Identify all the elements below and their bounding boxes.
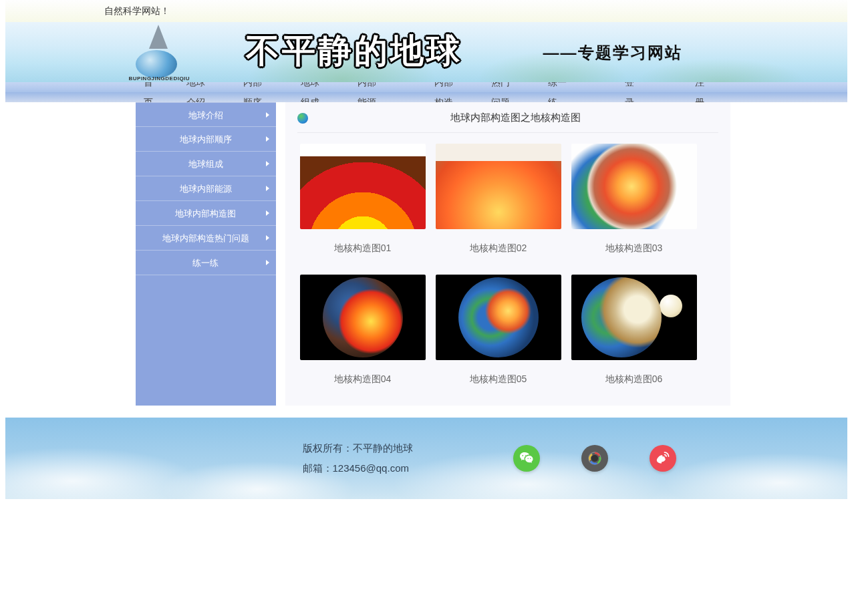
sidebar-item-label: 地球内部构造图 xyxy=(175,208,236,218)
top-nav: 首页 地球介绍 内部顺序 地球组成 内部能源 内部构造 热门问题 练一练 登录 … xyxy=(5,82,847,102)
site-logo[interactable]: BUPINGJINGDEDIQIU xyxy=(129,23,196,82)
gallery-image xyxy=(571,144,697,229)
gallery-item[interactable]: 地核构造图06 xyxy=(571,275,697,386)
sidebar-item-label: 地球介绍 xyxy=(188,110,223,120)
gallery-caption: 地核构造图06 xyxy=(571,373,697,386)
gallery-image xyxy=(300,275,426,360)
gallery-item[interactable]: 地核构造图03 xyxy=(571,144,697,255)
logo-subtext: BUPINGJINGDEDIQIU xyxy=(129,75,190,82)
chevron-right-icon xyxy=(266,112,269,118)
sidebar: 地球介绍 地球内部顺序 地球组成 地球内部能源 地球内部构造图 地球内部构造热门… xyxy=(136,102,276,406)
weibo-icon[interactable] xyxy=(650,445,676,472)
sidebar-item-label: 地球内部顺序 xyxy=(180,134,232,144)
announcement-text: 自然科学网站！ xyxy=(104,5,170,16)
volcano-icon xyxy=(149,25,168,49)
chevron-right-icon xyxy=(266,260,269,265)
gallery-caption: 地核构造图02 xyxy=(436,243,561,255)
chevron-right-icon xyxy=(266,235,269,241)
gallery-item[interactable]: 地核构造图04 xyxy=(300,275,426,386)
sidebar-item-internal-order[interactable]: 地球内部顺序 xyxy=(136,127,276,152)
sidebar-item-label: 地球组成 xyxy=(188,159,223,169)
site-subtitle: ——专题学习网站 xyxy=(543,42,682,63)
gallery-caption: 地核构造图04 xyxy=(300,373,426,386)
chevron-right-icon xyxy=(266,210,269,216)
footer: 版权所有：不平静的地球 邮箱：123456@qq.com xyxy=(5,418,847,499)
sidebar-item-label: 练一练 xyxy=(192,258,219,268)
gallery-item[interactable]: 地核构造图02 xyxy=(436,144,561,255)
sidebar-item-practice[interactable]: 练一练 xyxy=(136,251,276,275)
sidebar-item-earth-intro[interactable]: 地球介绍 xyxy=(136,102,276,127)
main-content: 地球内部构造图之地核构造图 地核构造图01 地核构造图02 地核构造图03 地 xyxy=(285,102,730,406)
footer-copyright: 版权所有：不平静的地球 xyxy=(303,438,413,458)
gallery-image xyxy=(300,144,426,229)
gallery-item[interactable]: 地核构造图05 xyxy=(436,275,561,386)
content-title: 地球内部构造图之地核构造图 xyxy=(313,112,718,124)
gallery-caption: 地核构造图05 xyxy=(436,373,561,386)
footer-text: 版权所有：不平静的地球 邮箱：123456@qq.com xyxy=(303,438,413,478)
earth-icon xyxy=(136,50,177,78)
gallery-image xyxy=(436,275,561,360)
sidebar-item-label: 地球内部能源 xyxy=(180,184,232,194)
footer-social-icons xyxy=(513,445,676,472)
gallery-grid: 地核构造图01 地核构造图02 地核构造图03 地核构造图04 地核构造图05 xyxy=(297,144,718,386)
sidebar-item-internal-energy[interactable]: 地球内部能源 xyxy=(136,176,276,201)
chevron-right-icon xyxy=(266,136,269,142)
site-title: 不平静的地球 xyxy=(246,29,462,73)
gallery-image xyxy=(436,144,561,229)
globe-icon xyxy=(297,113,308,124)
gallery-caption: 地核构造图01 xyxy=(300,243,426,255)
gallery-image xyxy=(571,275,697,360)
camera-icon[interactable] xyxy=(581,445,608,472)
header-banner: BUPINGJINGDEDIQIU 不平静的地球 ——专题学习网站 xyxy=(5,22,847,82)
sidebar-item-label: 地球内部构造热门问题 xyxy=(162,233,249,243)
wechat-icon[interactable] xyxy=(513,445,540,472)
gallery-caption: 地核构造图03 xyxy=(571,243,697,255)
sidebar-item-internal-structure-diagram[interactable]: 地球内部构造图 xyxy=(136,201,276,226)
announcement-bar: 自然科学网站！ xyxy=(5,0,847,22)
chevron-right-icon xyxy=(266,186,269,191)
chevron-right-icon xyxy=(266,161,269,166)
footer-email: 邮箱：123456@qq.com xyxy=(303,458,413,478)
sidebar-item-earth-composition[interactable]: 地球组成 xyxy=(136,152,276,176)
svg-point-1 xyxy=(591,455,598,462)
sidebar-item-hot-questions[interactable]: 地球内部构造热门问题 xyxy=(136,226,276,251)
gallery-item[interactable]: 地核构造图01 xyxy=(300,144,426,255)
content-header: 地球内部构造图之地核构造图 xyxy=(297,112,718,133)
